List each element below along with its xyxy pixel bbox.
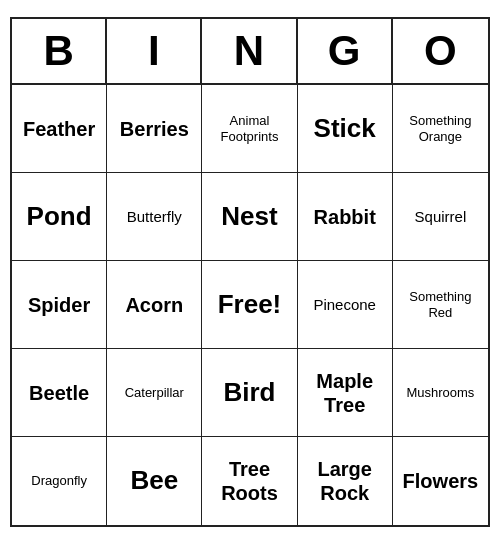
cell-label: Flowers	[403, 469, 479, 493]
cell-label: Butterfly	[127, 208, 182, 226]
header-letter: G	[298, 19, 393, 83]
bingo-cell-r1-c3: Rabbit	[298, 173, 393, 261]
bingo-cell-r2-c2: Free!	[202, 261, 297, 349]
bingo-cell-r4-c2: Tree Roots	[202, 437, 297, 525]
cell-label: Pinecone	[313, 296, 376, 314]
cell-label: Animal Footprints	[206, 113, 292, 144]
cell-label: Spider	[28, 293, 90, 317]
bingo-cell-r3-c3: Maple Tree	[298, 349, 393, 437]
bingo-cell-r4-c0: Dragonfly	[12, 437, 107, 525]
cell-label: Stick	[314, 113, 376, 144]
cell-label: Rabbit	[314, 205, 376, 229]
bingo-cell-r2-c3: Pinecone	[298, 261, 393, 349]
cell-label: Nest	[221, 201, 277, 232]
cell-label: Caterpillar	[125, 385, 184, 401]
bingo-cell-r4-c3: Large Rock	[298, 437, 393, 525]
bingo-cell-r0-c3: Stick	[298, 85, 393, 173]
cell-label: Acorn	[125, 293, 183, 317]
cell-label: Beetle	[29, 381, 89, 405]
header-letter: O	[393, 19, 488, 83]
bingo-grid: FeatherBerriesAnimal FootprintsStickSome…	[12, 85, 488, 525]
cell-label: Maple Tree	[302, 369, 388, 417]
header-letter: B	[12, 19, 107, 83]
bingo-header: BINGO	[12, 19, 488, 85]
cell-label: Bee	[130, 465, 178, 496]
cell-label: Squirrel	[415, 208, 467, 226]
bingo-cell-r3-c4: Mushrooms	[393, 349, 488, 437]
bingo-cell-r0-c2: Animal Footprints	[202, 85, 297, 173]
bingo-cell-r3-c2: Bird	[202, 349, 297, 437]
cell-label: Something Red	[397, 289, 484, 320]
header-letter: N	[202, 19, 297, 83]
bingo-cell-r0-c0: Feather	[12, 85, 107, 173]
cell-label: Dragonfly	[31, 473, 87, 489]
bingo-cell-r1-c2: Nest	[202, 173, 297, 261]
bingo-card: BINGO FeatherBerriesAnimal FootprintsSti…	[10, 17, 490, 527]
cell-label: Feather	[23, 117, 95, 141]
bingo-cell-r0-c1: Berries	[107, 85, 202, 173]
cell-label: Bird	[223, 377, 275, 408]
bingo-cell-r1-c4: Squirrel	[393, 173, 488, 261]
cell-label: Free!	[218, 289, 282, 320]
bingo-cell-r4-c4: Flowers	[393, 437, 488, 525]
cell-label: Pond	[27, 201, 92, 232]
bingo-cell-r3-c0: Beetle	[12, 349, 107, 437]
bingo-cell-r1-c1: Butterfly	[107, 173, 202, 261]
bingo-cell-r4-c1: Bee	[107, 437, 202, 525]
cell-label: Mushrooms	[406, 385, 474, 401]
bingo-cell-r1-c0: Pond	[12, 173, 107, 261]
bingo-cell-r2-c1: Acorn	[107, 261, 202, 349]
bingo-cell-r2-c0: Spider	[12, 261, 107, 349]
cell-label: Large Rock	[302, 457, 388, 505]
cell-label: Tree Roots	[206, 457, 292, 505]
bingo-cell-r3-c1: Caterpillar	[107, 349, 202, 437]
bingo-cell-r0-c4: Something Orange	[393, 85, 488, 173]
cell-label: Something Orange	[397, 113, 484, 144]
header-letter: I	[107, 19, 202, 83]
bingo-cell-r2-c4: Something Red	[393, 261, 488, 349]
cell-label: Berries	[120, 117, 189, 141]
